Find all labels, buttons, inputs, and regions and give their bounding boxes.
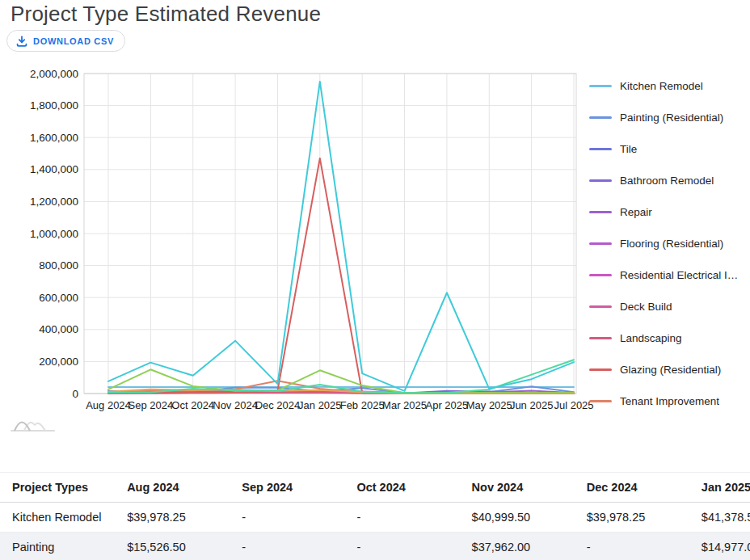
- legend-label: Deck Build: [620, 301, 672, 313]
- table-cell: -: [344, 503, 459, 533]
- legend-label: Glazing (Residential): [620, 364, 721, 376]
- legend-swatch: [589, 85, 612, 87]
- legend-swatch: [589, 368, 612, 371]
- legend-item[interactable]: Tenant Improvement: [589, 385, 750, 417]
- x-axis-label: Nov 2024: [213, 399, 258, 411]
- y-axis-label: 600,000: [39, 292, 78, 304]
- legend-swatch: [589, 116, 612, 119]
- legend-swatch: [589, 305, 612, 308]
- y-axis-label: 1,600,000: [30, 132, 78, 144]
- y-axis-label: 800,000: [39, 259, 78, 272]
- legend-label: Painting (Residential): [620, 112, 723, 124]
- column-header: Aug 2024: [115, 473, 230, 503]
- series-line: [108, 82, 574, 391]
- column-header: Dec 2024: [575, 473, 689, 503]
- table-cell: $41,378.50: [689, 503, 750, 533]
- table-cell: $37,962.00: [460, 533, 575, 560]
- x-axis-label: Aug 2024: [86, 399, 131, 411]
- column-header: Project Types: [0, 473, 115, 503]
- legend-item[interactable]: Painting (Residential): [589, 102, 750, 133]
- y-axis-label: 400,000: [39, 323, 78, 335]
- table-cell: -: [575, 533, 689, 560]
- x-axis-label: May 2025: [466, 399, 512, 411]
- x-axis-label: Feb 2025: [340, 399, 385, 411]
- series-line: [108, 158, 574, 394]
- y-axis-label: 1,800,000: [30, 99, 78, 112]
- x-axis-label: Oct 2024: [171, 399, 214, 411]
- legend-label: Repair: [620, 206, 652, 218]
- table-header: Project TypesAug 2024Sep 2024Oct 2024Nov…: [0, 473, 750, 503]
- legend-swatch: [589, 337, 612, 339]
- legend-item[interactable]: Landscaping: [589, 322, 750, 354]
- legend-label: Bathroom Remodel: [620, 175, 714, 187]
- monthly-revenue-table: Project TypesAug 2024Sep 2024Oct 2024Nov…: [0, 473, 750, 560]
- legend-label: Tile: [620, 143, 637, 155]
- legend-item[interactable]: Deck Build: [589, 291, 750, 322]
- y-axis-label: 0: [72, 388, 78, 400]
- y-axis-label: 1,000,000: [30, 228, 78, 240]
- page-title: Project Type Estimated Revenue: [11, 0, 321, 27]
- table-row: Painting$15,526.50--$37,962.00-$14,977.0…: [0, 533, 750, 560]
- x-axis-label: Mar 2025: [382, 399, 427, 411]
- legend-swatch: [589, 400, 612, 402]
- legend-item[interactable]: Bathroom Remodel: [589, 165, 750, 196]
- table-row: Kitchen Remodel$39,978.25--$40,999.50$39…: [0, 503, 750, 533]
- legend-label: Flooring (Residential): [620, 238, 723, 250]
- legend-swatch: [589, 211, 612, 213]
- download-csv-label: DOWNLOAD CSV: [33, 36, 114, 46]
- legend-label: Landscaping: [620, 332, 682, 344]
- legend-item[interactable]: Flooring (Residential): [589, 228, 750, 259]
- table-cell: $40,999.50: [460, 503, 575, 533]
- table-cell: $14,977.03: [689, 533, 750, 560]
- table-body: Kitchen Remodel$39,978.25--$40,999.50$39…: [0, 503, 750, 560]
- legend-swatch: [589, 179, 612, 182]
- legend-item[interactable]: Glazing (Residential): [589, 354, 750, 385]
- dashboard-page: 2,000,0001,800,0001,600,0001,400,0001,20…: [0, 0, 750, 560]
- table-cell: -: [344, 533, 459, 560]
- column-header: Sep 2024: [230, 473, 344, 503]
- table-cell: $39,978.25: [115, 503, 230, 533]
- table-cell: -: [230, 533, 344, 560]
- chart-zoom-preview-icon[interactable]: [10, 414, 57, 435]
- legend-label: Tenant Improvement: [620, 395, 719, 407]
- column-header: Jan 2025: [689, 473, 750, 503]
- table-cell: Painting: [0, 533, 115, 560]
- x-axis-label: Dec 2024: [255, 399, 301, 411]
- chart-legend: Kitchen RemodelPainting (Residential)Til…: [589, 70, 750, 417]
- table-cell: Kitchen Remodel: [0, 503, 115, 533]
- y-axis-label: 2,000,000: [30, 68, 78, 80]
- download-csv-button[interactable]: DOWNLOAD CSV: [6, 30, 125, 52]
- legend-item[interactable]: Kitchen Remodel: [589, 70, 750, 102]
- y-axis-label: 1,200,000: [30, 196, 78, 208]
- legend-item[interactable]: Repair: [589, 196, 750, 228]
- x-axis-label: Jul 2025: [554, 399, 593, 411]
- legend-item[interactable]: Tile: [589, 133, 750, 165]
- monthly-revenue-table-container: Project TypesAug 2024Sep 2024Oct 2024Nov…: [0, 472, 750, 560]
- x-axis-label: Apr 2025: [426, 399, 469, 411]
- legend-label: Residential Electrical I…: [620, 269, 738, 281]
- y-axis-label: 1,400,000: [30, 163, 78, 175]
- table-cell: $15,526.50: [115, 533, 230, 560]
- table-cell: $39,978.25: [575, 503, 689, 533]
- table-cell: -: [230, 503, 344, 533]
- column-header: Nov 2024: [460, 473, 575, 503]
- x-axis-label: Jan 2025: [298, 399, 342, 411]
- y-axis-label: 200,000: [39, 356, 78, 368]
- legend-swatch: [589, 274, 612, 276]
- download-icon: [16, 36, 27, 47]
- series-line: [108, 360, 574, 393]
- x-axis-label: Jun 2025: [510, 399, 554, 411]
- legend-label: Kitchen Remodel: [620, 80, 703, 92]
- legend-item[interactable]: Residential Electrical I…: [589, 259, 750, 291]
- legend-swatch: [589, 242, 612, 245]
- x-axis-label: Sep 2024: [129, 399, 174, 411]
- column-header: Oct 2024: [344, 473, 459, 503]
- legend-swatch: [589, 148, 612, 150]
